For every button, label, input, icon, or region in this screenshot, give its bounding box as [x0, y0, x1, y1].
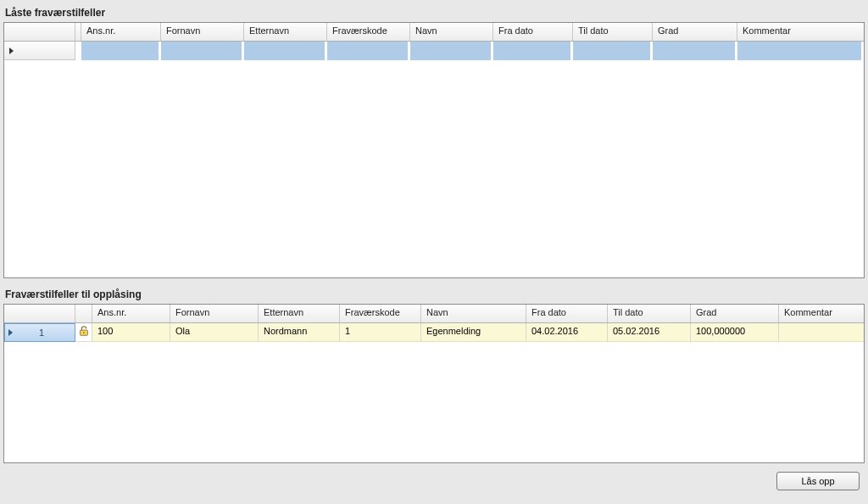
col-tildato[interactable]: Til dato [608, 305, 691, 322]
unlock-button[interactable]: Lås opp [776, 472, 860, 490]
col-fradato[interactable]: Fra dato [526, 305, 608, 322]
cell-grad[interactable]: 100,000000 [691, 323, 779, 342]
cell-etternavn[interactable]: Nordmann [259, 323, 340, 342]
col-fornavn[interactable]: Fornavn [170, 305, 259, 322]
svg-point-1 [83, 332, 85, 333]
unlock-icon [78, 325, 90, 337]
row-selector-header [4, 305, 75, 322]
cell-tildato[interactable]: 05.02.2016 [608, 323, 691, 342]
col-grad[interactable]: Grad [691, 305, 779, 322]
cell-fravaerskode[interactable]: 1 [340, 323, 421, 342]
col-ansnr[interactable]: Ans.nr. [92, 305, 170, 322]
col-navn[interactable]: Navn [410, 23, 493, 41]
col-navn[interactable]: Navn [421, 305, 526, 322]
col-kommentar[interactable]: Kommentar [737, 23, 864, 41]
footer-bar: Lås opp [3, 470, 865, 494]
row-selector-header [4, 23, 75, 41]
cell-fravaerskode[interactable] [327, 42, 410, 60]
cell-grad[interactable] [653, 42, 737, 60]
row-indicator [75, 42, 81, 60]
locked-cases-header-row: Ans.nr. Fornavn Etternavn Fraværskode Na… [4, 23, 864, 42]
cell-fornavn[interactable]: Ola [170, 323, 259, 342]
col-kommentar[interactable]: Kommentar [779, 305, 864, 322]
current-row-arrow-icon [9, 48, 14, 54]
current-row-arrow-icon [8, 329, 13, 336]
cell-fradato[interactable]: 04.02.2016 [526, 323, 608, 342]
unlock-cases-grid: Ans.nr. Fornavn Etternavn Fraværskode Na… [3, 304, 865, 463]
col-fravaerskode[interactable]: Fraværskode [340, 305, 421, 322]
table-row[interactable]: 1 100 Ola Nordmann 1 Egenmelding 04.02.2… [4, 323, 864, 342]
col-tildato[interactable]: Til dato [573, 23, 653, 41]
cell-fornavn[interactable] [161, 42, 244, 60]
col-etternavn[interactable]: Etternavn [244, 23, 327, 41]
col-etternavn[interactable]: Etternavn [259, 305, 340, 322]
col-ansnr[interactable]: Ans.nr. [81, 23, 161, 41]
row-selector[interactable] [4, 42, 75, 60]
cell-ansnr[interactable]: 100 [92, 323, 170, 342]
icon-header [75, 305, 92, 322]
col-fornavn[interactable]: Fornavn [161, 23, 244, 41]
unlock-cases-header-row: Ans.nr. Fornavn Etternavn Fraværskode Na… [4, 305, 864, 323]
unlock-cases-title: Fraværstilfeller til opplåsing [3, 285, 865, 304]
row-selector[interactable]: 1 [4, 323, 75, 342]
col-fravaerskode[interactable]: Fraværskode [327, 23, 410, 41]
col-fradato[interactable]: Fra dato [493, 23, 573, 41]
locked-cases-title: Låste fraværstilfeller [3, 3, 865, 22]
cell-navn[interactable] [410, 42, 493, 60]
table-row[interactable] [4, 42, 864, 60]
cell-etternavn[interactable] [244, 42, 327, 60]
indicator-header [75, 23, 81, 41]
col-grad[interactable]: Grad [653, 23, 737, 41]
cell-kommentar[interactable] [737, 42, 864, 60]
row-number: 1 [18, 328, 65, 338]
unlock-icon-cell[interactable] [75, 323, 92, 342]
cell-kommentar[interactable] [779, 323, 864, 342]
locked-cases-grid: Ans.nr. Fornavn Etternavn Fraværskode Na… [3, 22, 865, 278]
cell-fradato[interactable] [493, 42, 573, 60]
cell-tildato[interactable] [573, 42, 653, 60]
cell-ansnr[interactable] [81, 42, 161, 60]
cell-navn[interactable]: Egenmelding [421, 323, 526, 342]
